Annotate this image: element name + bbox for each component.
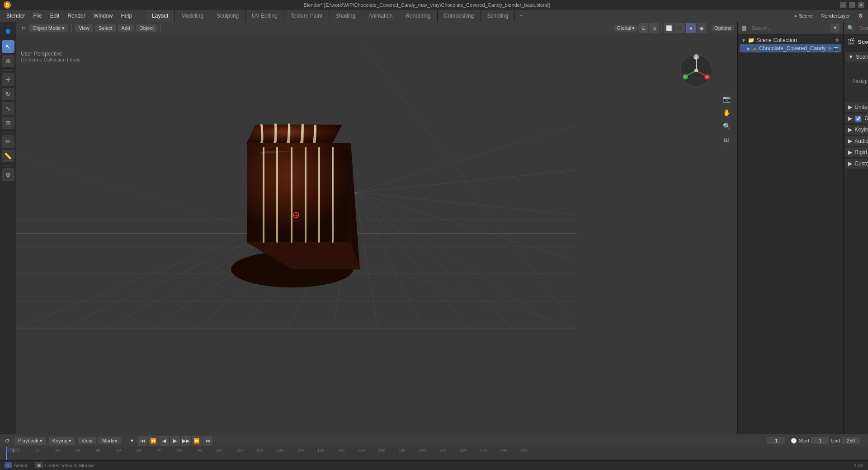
annotate-tool[interactable]: ✏	[2, 135, 14, 148]
tab-shading[interactable]: Shading	[329, 10, 362, 22]
measure-tool[interactable]: 📏	[2, 150, 14, 162]
end-frame-input[interactable]	[842, 437, 860, 444]
perspective-icon[interactable]: ⊞	[721, 134, 732, 146]
navigation-gizmo[interactable]: Z X Y	[678, 52, 714, 89]
tab-scripting[interactable]: Scripting	[481, 10, 515, 22]
options-button[interactable]: Options	[712, 25, 734, 31]
close-button[interactable]: ✕	[858, 2, 864, 8]
camera-view-icon[interactable]: 📷	[721, 93, 732, 105]
cursor-tool[interactable]: ⊕	[2, 55, 14, 67]
tab-modeling[interactable]: Modeling	[175, 10, 210, 22]
candy-object-item[interactable]: ▶ ▲ Chocolate_Covered_Candy 👁 📷	[740, 44, 841, 52]
title-bar-controls: ─ □ ✕	[840, 2, 864, 8]
global-dropdown-icon: ▾	[632, 25, 635, 31]
select-menu[interactable]: Select	[95, 24, 116, 32]
tab-rendering[interactable]: Rendering	[399, 10, 437, 22]
maximize-button[interactable]: □	[849, 2, 855, 8]
object-render-icon[interactable]: 📷	[833, 46, 840, 52]
rigid-body-section-header[interactable]: ▶ Rigid Body World	[845, 147, 868, 157]
move-tool[interactable]: ✛	[2, 73, 14, 86]
move-view-icon[interactable]: ✋	[721, 107, 732, 118]
units-section-header[interactable]: ▶ Units	[845, 102, 868, 112]
scale-tool[interactable]: ⤡	[2, 102, 14, 115]
wireframe-icon[interactable]: ⬜	[664, 23, 674, 33]
marker-menu[interactable]: Marker	[99, 437, 121, 444]
menu-render[interactable]: Render	[64, 12, 89, 20]
step-forward-btn[interactable]: ▶▶	[181, 436, 191, 446]
view-menu[interactable]: View	[75, 24, 93, 32]
mode-dropdown[interactable]: Object Mode ▾	[29, 24, 68, 32]
object-visibility-icon[interactable]: 👁	[827, 46, 832, 52]
play-btn[interactable]: ▶	[170, 436, 180, 446]
menu-help[interactable]: Help	[117, 12, 136, 20]
scene-collection-label: Scene Collection	[756, 37, 797, 43]
rendered-icon[interactable]: ◉	[697, 23, 707, 33]
solid-shading-icon[interactable]: ⬛	[675, 23, 685, 33]
frame-150: 150	[305, 448, 325, 452]
step-back-btn[interactable]: ◀	[159, 436, 169, 446]
tab-uv-editing[interactable]: UV Editing	[245, 10, 284, 22]
custom-props-label: Custom Properties	[854, 160, 868, 167]
render-layer-selector[interactable]: RenderLayer	[818, 13, 853, 19]
start-frame-input[interactable]	[811, 437, 829, 444]
svg-line-22	[355, 170, 577, 193]
frame-250: 250	[508, 448, 528, 452]
gravity-section: ▶ Gravity	[845, 113, 868, 123]
rotate-tool[interactable]: ↻	[2, 88, 14, 100]
keying-menu[interactable]: Keying ▾	[49, 437, 75, 445]
audio-section-header[interactable]: ▶ Audio	[845, 136, 868, 146]
object-menu[interactable]: Object	[136, 24, 157, 32]
properties-search[interactable]	[857, 24, 868, 32]
viewport-mode-icon[interactable]: ◻	[19, 24, 28, 33]
material-preview-icon[interactable]: ●	[686, 23, 696, 33]
render-engine-selector[interactable]: ● Scene	[792, 13, 816, 19]
jump-to-end-btn[interactable]: ⏭	[203, 436, 212, 446]
gravity-checkbox[interactable]	[855, 116, 861, 122]
jump-forward-btn[interactable]: ⏩	[192, 436, 202, 446]
scene-collection-item[interactable]: ▼ 📁 Scene Collection 👁	[740, 36, 841, 44]
transform-tool[interactable]: ⊞	[2, 117, 14, 129]
minimize-button[interactable]: ─	[840, 2, 846, 8]
proportional-edit-icon[interactable]: ⊙	[649, 23, 659, 33]
view-menu-timeline[interactable]: View	[78, 437, 96, 444]
tab-add[interactable]: +	[515, 10, 527, 22]
custom-properties-header[interactable]: ▶ Custom Properties	[845, 159, 868, 169]
add-menu[interactable]: Add	[118, 24, 134, 32]
options-button[interactable]: ⚙	[855, 11, 865, 21]
tab-compositing[interactable]: Compositing	[438, 10, 481, 22]
outliner: ▤ ▼ ▼ 📁 Scene Collection 👁 ▶ ▲	[737, 22, 843, 434]
global-transform-dropdown[interactable]: Global ▾	[614, 25, 637, 32]
menu-edit[interactable]: Edit	[47, 12, 63, 20]
tab-texture-paint[interactable]: Texture Paint	[284, 10, 329, 22]
outliner-visibility-icon[interactable]: 👁	[835, 38, 840, 43]
frame-110: 110	[223, 448, 244, 452]
header-sep-2	[160, 24, 161, 32]
outliner-filter-icon[interactable]: ▼	[830, 24, 840, 33]
timeline-type-icon[interactable]: ⏱	[3, 436, 12, 445]
scene-section-header[interactable]: ▼ Scene	[845, 52, 868, 62]
snap-icon[interactable]: ⊡	[638, 23, 648, 33]
tab-sculpting[interactable]: Sculpting	[210, 10, 245, 22]
gravity-section-header[interactable]: ▶ Gravity	[845, 113, 868, 123]
viewport-grid	[16, 34, 737, 434]
viewport-content[interactable]: User Perspective (1) Scene Collection | …	[16, 34, 737, 434]
playback-menu[interactable]: Playback ▾	[14, 437, 46, 445]
add-tool[interactable]: ⊕	[2, 168, 14, 181]
menu-blender[interactable]: Blender	[3, 12, 28, 20]
zoom-icon[interactable]: 🔍	[721, 120, 732, 132]
keying-sets-header[interactable]: ▶ Keying Sets	[845, 125, 868, 135]
tab-animation[interactable]: Animation	[362, 10, 399, 22]
start-frame-label: Start	[799, 438, 809, 443]
rigid-body-label: Rigid Body World	[854, 149, 868, 155]
tab-layout[interactable]: Layout	[146, 10, 175, 22]
svg-text:Y: Y	[684, 75, 687, 79]
menu-window[interactable]: Window	[90, 12, 117, 20]
jump-back-btn[interactable]: ⏪	[148, 436, 158, 446]
select-tool[interactable]: ↖	[2, 40, 14, 53]
viewport[interactable]: ◻ Object Mode ▾ View Select Add Object G…	[16, 22, 737, 434]
outliner-search[interactable]	[749, 24, 821, 32]
menu-file[interactable]: File	[29, 12, 45, 20]
keying-sets-collapse-icon: ▶	[848, 127, 852, 133]
current-frame-input[interactable]	[767, 437, 785, 444]
jump-to-start-btn[interactable]: ⏮	[137, 436, 147, 446]
